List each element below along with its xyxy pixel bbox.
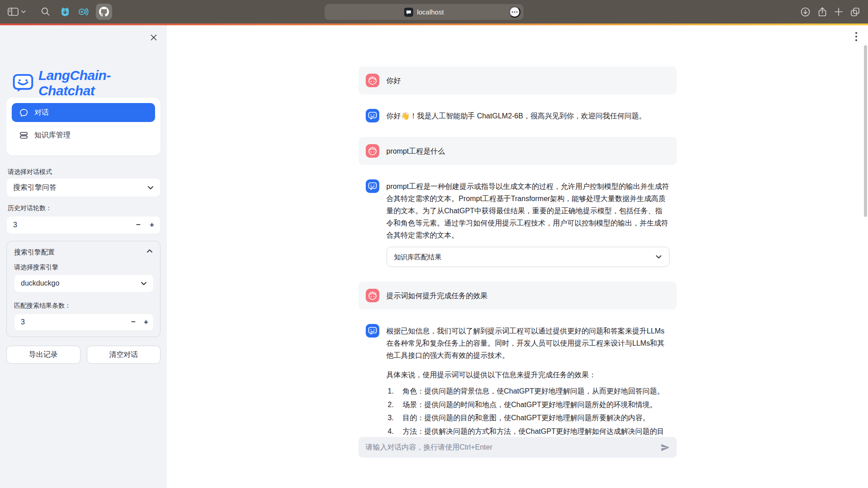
message-text: 具体来说，使用提示词可以提供以下信息来提升完成任务的效果： [387, 369, 670, 381]
tab-overview-icon[interactable] [850, 7, 860, 17]
sidebar-item-dialogue[interactable]: 对话 [12, 103, 155, 122]
sidebar-toggle-button[interactable] [7, 7, 19, 17]
export-records-button[interactable]: 导出记录 [6, 346, 80, 364]
chevron-down-icon [141, 282, 147, 286]
message-text: 你好 [387, 74, 670, 87]
dialog-mode-value: 搜索引擎问答 [13, 183, 57, 192]
chevron-down-icon [656, 255, 662, 259]
list-item: 角色：提供问题的背景信息，使ChatGPT更好地理解问题，从而更好地回答问题。 [387, 385, 670, 398]
app-logo: LangChain-Chatchat [13, 68, 167, 99]
user-message: 提示词如何提升完成任务的效果 [359, 282, 677, 310]
result-count-input[interactable]: 3 − + [14, 314, 154, 331]
message-text: 提示词如何提升完成任务的效果 [387, 289, 670, 302]
downloads-icon[interactable] [800, 7, 811, 17]
message-text: prompt工程是一种创建提示或指导以生成文本的过程，允许用户控制模型的输出并生… [387, 180, 670, 241]
list-item: 方法：提供解决问题的方式和方法，使ChatGPT更好地理解如何达成解决问题的目标… [387, 425, 670, 437]
sidebar-item-label: 对话 [34, 108, 49, 117]
sidebar-item-knowledge-base[interactable]: 知识库管理 [12, 126, 155, 145]
assistant-avatar [366, 179, 379, 193]
message-text: 根据已知信息，我们可以了解到提示词工程可以通过提供更好的问题和答案来提升LLMs… [387, 325, 670, 361]
sidebar-chevron-button[interactable] [21, 10, 26, 14]
chat-input[interactable] [359, 443, 654, 451]
close-sidebar-icon[interactable] [147, 31, 160, 44]
assistant-message: 你好👋！我是人工智能助手 ChatGLM2-6B，很高兴见到你，欢迎问我任何问题… [359, 102, 677, 130]
chevron-down-icon [147, 186, 154, 190]
search-engine-config-expander: 搜索引擎配置 请选择搜索引擎 duckduckgo 匹配搜索结果条数： 3 − … [6, 241, 160, 337]
kb-match-results-label: 知识库匹配结果 [394, 251, 442, 263]
history-rounds-minus-button[interactable]: − [132, 216, 145, 234]
message-text: prompt工程是什么 [387, 144, 670, 158]
chat-main: 你好 你好👋！我是人工智能助手 ChatGLM2-6B，很高兴见到你，欢迎问我任… [167, 25, 868, 488]
user-avatar [366, 289, 379, 302]
dialog-mode-label: 请选择对话模式 [8, 168, 52, 176]
message-text: 你好👋！我是人工智能助手 ChatGLM2-6B，很高兴见到你，欢迎问我任何问题… [387, 109, 670, 122]
address-bar[interactable]: localhost [325, 4, 524, 20]
user-avatar [366, 74, 379, 87]
github-icon[interactable] [96, 4, 112, 20]
user-message: 你好 [359, 66, 677, 94]
search-engine-config-header[interactable]: 搜索引擎配置 [7, 241, 160, 257]
send-icon[interactable] [654, 443, 677, 452]
chat-input-bar [359, 437, 677, 458]
history-rounds-value: 3 [13, 221, 17, 229]
history-rounds-label: 历史对话轮数： [8, 204, 52, 212]
history-rounds-input[interactable]: 3 − + [6, 216, 160, 234]
history-rounds-plus-button[interactable]: + [145, 216, 159, 234]
search-icon[interactable] [41, 7, 51, 17]
user-message: prompt工程是什么 [359, 137, 677, 165]
result-count-value: 3 [21, 318, 25, 326]
search-engine-value: duckduckgo [21, 279, 59, 287]
chat-bubble-icon [19, 108, 28, 117]
extension-signal-star-icon[interactable] [77, 7, 89, 17]
share-icon[interactable] [817, 7, 827, 17]
kb-match-results-expander[interactable]: 知识库匹配结果 [387, 247, 670, 267]
result-count-label: 匹配搜索结果条数： [14, 302, 71, 310]
assistant-message: 根据已知信息，我们可以了解到提示词工程可以通过提供更好的问题和答案来提升LLMs… [359, 317, 677, 437]
browser-toolbar: localhost [0, 0, 868, 23]
result-count-minus-button[interactable]: − [127, 314, 140, 331]
page-options-icon[interactable] [509, 6, 520, 18]
sidebar: LangChain-Chatchat 对话 知识库管理 请选择对话模式 搜索引擎… [0, 25, 167, 488]
list-item: 目的：提供问题的目的和意图，使ChatGPT更好地理解问题所要解决的内容。 [387, 411, 670, 425]
chatchat-logo-icon [13, 74, 33, 93]
new-tab-icon[interactable] [834, 7, 843, 16]
user-avatar [366, 144, 379, 158]
clear-dialogue-button[interactable]: 清空对话 [87, 346, 161, 364]
chevron-up-icon [146, 249, 153, 253]
assistant-avatar [366, 324, 379, 338]
message-list: 角色：提供问题的背景信息，使ChatGPT更好地理解问题，从而更好地回答问题。 … [387, 385, 670, 437]
sidebar-item-label: 知识库管理 [34, 131, 71, 140]
assistant-avatar [366, 109, 379, 122]
chat-message-list: 你好 你好👋！我是人工智能助手 ChatGLM2-6B，很高兴见到你，欢迎问我任… [167, 25, 868, 437]
assistant-message: prompt工程是一种创建提示或指导以生成文本的过程，允许用户控制模型的输出并生… [359, 172, 677, 274]
url-text: localhost [417, 8, 443, 16]
sidebar-nav: 对话 知识库管理 [6, 98, 160, 155]
search-engine-config-title: 搜索引擎配置 [14, 248, 55, 256]
app-title: LangChain-Chatchat [38, 68, 167, 99]
search-engine-label: 请选择搜索引擎 [14, 263, 58, 272]
search-engine-select[interactable]: duckduckgo [14, 274, 154, 292]
dialog-mode-select[interactable]: 搜索引擎问答 [6, 178, 160, 197]
site-favicon [404, 8, 413, 17]
result-count-plus-button[interactable]: + [139, 314, 153, 331]
extension-cat-icon[interactable] [60, 7, 71, 17]
list-item: 场景：提供问题的时间和地点，使ChatGPT更好地理解问题所处的环境和情境。 [387, 398, 670, 412]
knowledge-base-icon [19, 131, 28, 140]
